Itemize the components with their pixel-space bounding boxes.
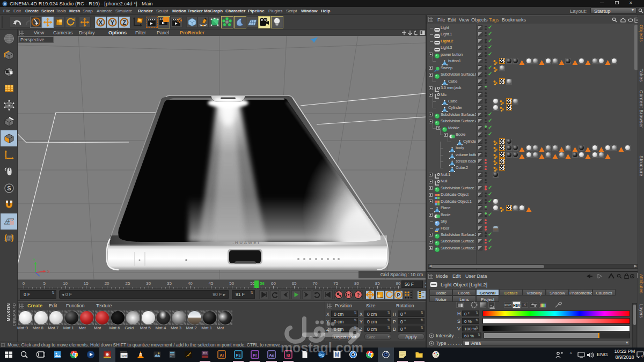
svg-text:?: ?: [357, 292, 360, 298]
svg-text:Pr: Pr: [253, 353, 257, 358]
svg-text:Ai: Ai: [219, 353, 224, 358]
svg-text:X: X: [47, 270, 50, 274]
svg-text:X: X: [99, 19, 103, 26]
svg-text:mostaql.com: mostaql.com: [281, 340, 363, 355]
svg-text:4: 4: [641, 354, 643, 358]
svg-text:P: P: [397, 292, 400, 298]
svg-text:Z: Z: [122, 19, 126, 26]
svg-text:Y: Y: [111, 19, 115, 26]
svg-text:Ps: Ps: [236, 353, 240, 358]
svg-text:.HUAWEI: .HUAWEI: [232, 240, 260, 245]
svg-text:S: S: [7, 185, 11, 191]
svg-text:123: 123: [121, 354, 127, 358]
svg-text:Y: Y: [33, 258, 35, 262]
